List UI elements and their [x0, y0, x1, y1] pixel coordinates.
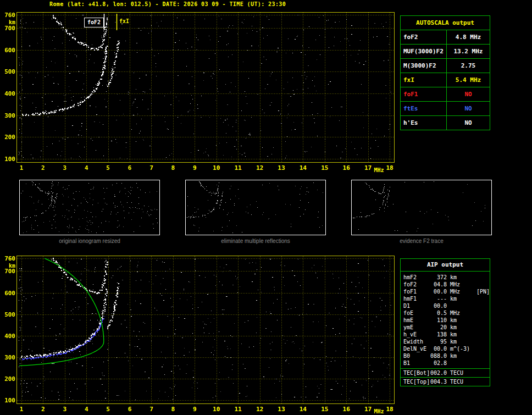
- y-axis-tick-label: 400: [1, 91, 15, 97]
- thumbnail-caption: eliminate multiple reflections: [185, 238, 326, 244]
- parameter-value: 13.2 MHz: [447, 45, 490, 58]
- x-axis-tick-label: 11: [232, 165, 244, 171]
- x-axis-tick-label: 12: [254, 165, 266, 171]
- aip-param-value: 138: [430, 331, 447, 338]
- aip-param-value: 088.0: [430, 352, 447, 359]
- aip-param-unit: [447, 359, 475, 367]
- aip-tec-list: TEC[Bot]002.0TECUTEC[Top]004.3TECU: [401, 368, 490, 386]
- x-axis-tick-label: 9: [189, 406, 201, 412]
- y-axis-tick-label: 700: [1, 25, 15, 31]
- foF2-marker-label: foF2: [84, 18, 104, 27]
- table-row: MUF(3000)F2 13.2 MHz: [401, 45, 490, 59]
- parameter-label: M(3000)F2: [401, 59, 447, 73]
- table-row: fxI 5.4 MHz: [401, 73, 490, 87]
- x-axis-tick-label: 2: [37, 406, 49, 412]
- aip-param-unit: km: [447, 324, 475, 331]
- parameter-value: 5.4 MHz: [447, 73, 490, 87]
- y-axis-tick-label: 600: [1, 290, 15, 296]
- x-axis-tick-label: 10: [210, 165, 223, 171]
- autoscala-ionogram-plot: foF2 fxI 760700600500400300200100km12345…: [16, 12, 395, 163]
- parameter-value: NO: [447, 116, 490, 130]
- aip-param-value: 00.0: [430, 302, 447, 309]
- y-axis-tick-label: 760: [1, 12, 15, 18]
- aip-param-name: h_vE: [401, 331, 430, 338]
- fxI-marker-label: fxI: [119, 18, 129, 24]
- aip-row: B0088.0km: [401, 352, 490, 359]
- x-axis-tick-label: 13: [275, 165, 287, 171]
- thumbnail-original-ionogram: [19, 180, 160, 235]
- y-axis-tick-label: 700: [1, 268, 15, 274]
- thumbnail-caption: evidence F2 trace: [351, 238, 492, 244]
- aip-param-value: 02.8: [430, 359, 447, 367]
- thumbnail-original-canvas: [20, 180, 159, 235]
- aip-param-name: TEC[Top]: [401, 378, 430, 386]
- aip-param-unit: km: [447, 331, 475, 338]
- aip-output-panel: AIP output hmF2372kmfoF204.8MHzfoF100.0M…: [400, 258, 490, 386]
- aip-tec-row: TEC[Top]004.3TECU: [401, 377, 490, 386]
- aip-param-name: Ewidth: [401, 338, 430, 345]
- aip-param-name: B0: [401, 352, 430, 359]
- x-axis-tick-label: 3: [59, 165, 71, 171]
- aip-param-unit: km: [447, 295, 475, 302]
- y-axis-tick-label: 200: [1, 134, 15, 140]
- aip-row: h_vE138km: [401, 331, 490, 338]
- aip-param-name: D1: [401, 302, 430, 309]
- x-axis-tick-label: 4: [80, 165, 92, 171]
- x-axis-tick-label: 1: [15, 406, 27, 412]
- x-axis-tick-label: 18: [384, 165, 396, 171]
- aip-row: foF204.8MHz: [401, 281, 490, 288]
- aip-param-name: ymE: [401, 324, 430, 331]
- aip-ionogram-plot: 760700600500400300200100km12345678910111…: [16, 256, 395, 404]
- parameter-value: NO: [447, 87, 490, 101]
- autoscala-panel-title: AUTOSCALA output: [401, 16, 490, 30]
- aip-param-unit: [447, 302, 475, 309]
- x-axis-tick-label: 8: [167, 406, 179, 412]
- parameter-value: 2.75: [447, 59, 490, 73]
- aip-param-value: 004.3: [430, 378, 447, 386]
- parameter-label: fxI: [401, 73, 447, 87]
- x-axis-tick-label: 4: [80, 406, 92, 412]
- x-axis-tick-label: 10: [210, 406, 223, 412]
- x-axis-tick-label: 7: [145, 406, 157, 412]
- x-axis-tick-label: 16: [340, 406, 352, 412]
- aip-param-unit: MHz: [447, 281, 475, 288]
- x-axis-tick-label: 5: [102, 165, 114, 171]
- x-axis-tick-label: 15: [319, 165, 331, 171]
- aip-param-value: 110: [430, 317, 447, 324]
- table-row: foF2 4.8 MHz: [401, 30, 490, 45]
- thumbnail-no-multiples-canvas: [186, 180, 325, 235]
- aip-row: hmE110km: [401, 317, 490, 324]
- aip-row: foE0.5MHz: [401, 309, 490, 317]
- x-axis-tick-label: 17: [362, 406, 374, 412]
- y-axis-tick-label: 100: [1, 397, 15, 403]
- table-row: foF1 NO: [401, 87, 490, 102]
- aip-row: B102.8: [401, 359, 490, 367]
- x-axis-tick-label: 8: [167, 165, 179, 171]
- x-axis-unit-label: MHz: [374, 167, 384, 173]
- parameter-label: MUF(3000)F2: [401, 45, 447, 58]
- x-axis-tick-label: 15: [319, 406, 331, 412]
- aip-row: Ewidth95km: [401, 338, 490, 345]
- parameter-value: 4.8 MHz: [447, 30, 490, 44]
- parameter-label: h'Es: [401, 116, 447, 130]
- y-axis-tick-label: 760: [1, 256, 15, 262]
- x-axis-tick-label: 12: [254, 406, 266, 412]
- table-row: M(3000)F2 2.75: [401, 59, 490, 73]
- y-axis-unit-label: km: [1, 19, 15, 25]
- aip-param-note: [PN]: [476, 288, 490, 295]
- y-axis-unit-label: km: [1, 263, 15, 269]
- table-row: h'Es NO: [401, 116, 490, 130]
- aip-param-name: foE: [401, 309, 430, 317]
- aip-row: foF100.0MHz[PN]: [401, 288, 490, 295]
- parameter-label: foF2: [401, 30, 447, 44]
- aip-param-name: hmE: [401, 317, 430, 324]
- x-axis-tick-label: 11: [232, 406, 244, 412]
- aip-param-name: B1: [401, 359, 430, 367]
- autoscala-output-panel: AUTOSCALA output foF2 4.8 MHz MUF(3000)F…: [400, 15, 490, 130]
- thumbnail-f2-trace: [351, 180, 492, 235]
- aip-param-value: 04.8: [430, 281, 447, 288]
- parameter-label: ftEs: [401, 102, 447, 115]
- x-axis-tick-label: 14: [297, 406, 309, 412]
- aip-parameter-list: hmF2372kmfoF204.8MHzfoF100.0MHz[PN]hmF1-…: [401, 272, 490, 368]
- aip-param-unit: MHz: [447, 309, 475, 317]
